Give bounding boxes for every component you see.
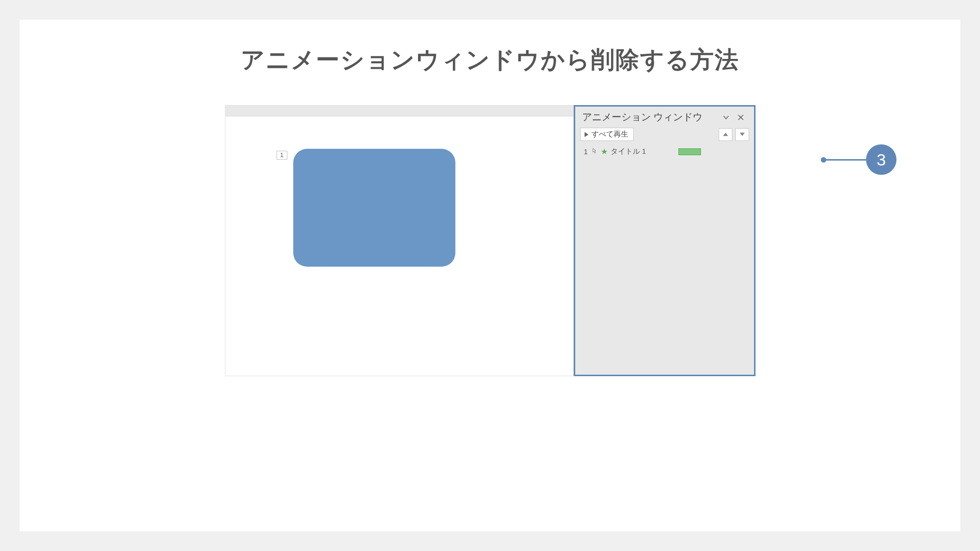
slide-toolbar-placeholder xyxy=(225,106,573,116)
move-down-button[interactable] xyxy=(735,128,749,141)
content-card: アニメーションウィンドウから削除する方法 1 アニメーション ウィンドウ xyxy=(20,20,960,531)
rounded-rectangle-shape[interactable] xyxy=(293,149,455,267)
collapse-icon[interactable] xyxy=(719,111,733,123)
chevron-down-icon xyxy=(740,133,745,136)
page-root: アニメーションウィンドウから削除する方法 1 アニメーション ウィンドウ xyxy=(0,0,980,551)
animation-item-label: タイトル 1 xyxy=(611,147,646,156)
move-up-button[interactable] xyxy=(719,128,732,141)
slide-canvas[interactable]: 1 xyxy=(225,116,573,376)
slide-area: 1 xyxy=(225,105,574,376)
animation-list: 1 ★ タイトル 1 xyxy=(575,145,754,158)
step-callout: 3 xyxy=(824,144,896,175)
chevron-up-icon xyxy=(723,133,728,136)
animation-pane-header: アニメーション ウィンドウ xyxy=(575,107,754,126)
play-all-label: すべて再生 xyxy=(591,130,628,139)
animation-timeline-bar[interactable] xyxy=(678,148,701,155)
page-title: アニメーションウィンドウから削除する方法 xyxy=(59,44,921,76)
animation-pane: アニメーション ウィンドウ すべて再生 xyxy=(574,105,756,376)
entrance-effect-icon: ★ xyxy=(601,147,608,156)
animation-pane-title: アニメーション ウィンドウ xyxy=(582,110,703,124)
on-click-trigger-icon xyxy=(591,147,598,156)
animation-pane-controls: すべて再生 xyxy=(575,126,754,145)
step-number-badge: 3 xyxy=(866,144,896,175)
close-icon[interactable] xyxy=(733,111,748,123)
workspace: 1 アニメーション ウィンドウ xyxy=(225,105,756,376)
animation-item-index: 1 xyxy=(582,147,588,156)
callout-line xyxy=(824,159,866,161)
animation-item[interactable]: 1 ★ タイトル 1 xyxy=(580,146,749,157)
play-all-button[interactable]: すべて再生 xyxy=(580,128,634,141)
play-icon xyxy=(585,132,588,137)
animation-order-tag[interactable]: 1 xyxy=(277,151,287,160)
